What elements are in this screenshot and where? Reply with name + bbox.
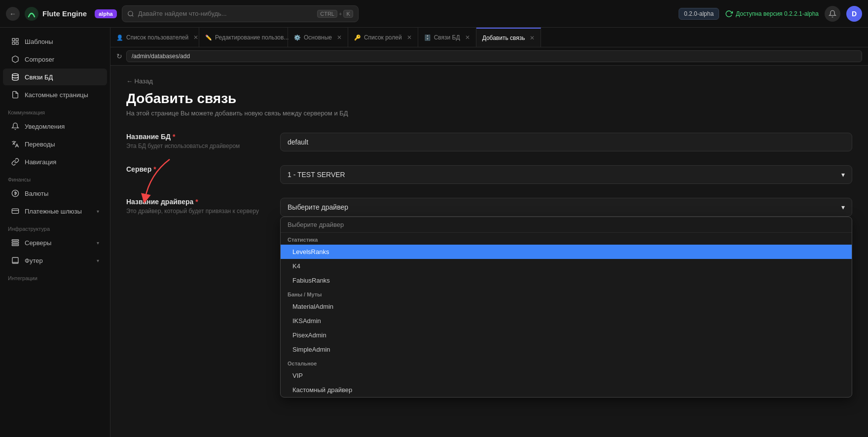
translate-icon <box>11 140 20 148</box>
form-row-db-name: Название БД * Эта БД будет использоватьс… <box>126 133 852 151</box>
sidebar-item-label: Платежные шлюзы <box>25 208 82 215</box>
page-content: ← Назад Добавить связь На этой странице … <box>110 66 868 437</box>
server-icon <box>11 238 20 247</box>
tab-add-connection[interactable]: Добавить связь ✕ <box>476 28 542 47</box>
driver-control: Выберите драйвер ▾ Выберите драйвер Стат… <box>280 198 852 217</box>
search-bar[interactable]: CTRL + K <box>122 5 359 22</box>
sidebar-item-notifications[interactable]: Уведомления <box>3 118 107 135</box>
svg-rect-8 <box>12 209 18 213</box>
form-label-col: Название БД * Эта БД будет использоватьс… <box>126 133 264 149</box>
sidebar-item-payment-gateways[interactable]: Платежные шлюзы ▾ <box>3 203 107 219</box>
notifications-button[interactable] <box>825 6 840 22</box>
dropdown-item-materialadmin[interactable]: MaterialAdmin <box>281 299 852 314</box>
db-name-label: Название БД * <box>126 133 264 141</box>
sidebar-item-custom-pages[interactable]: Кастомные страницы <box>3 86 107 103</box>
driver-hint: Это драйвер, который будет привязан к се… <box>126 208 264 215</box>
tab-icon: ⚙️ <box>294 35 301 41</box>
app-logo: Flute Engine <box>25 7 87 21</box>
bell-icon <box>11 122 20 131</box>
page-title: Добавить связь <box>126 91 852 107</box>
sidebar-item-navigation[interactable]: Навигация <box>3 153 107 170</box>
sidebar-item-templates[interactable]: Шаблоны <box>3 33 107 50</box>
svg-point-6 <box>12 73 18 75</box>
dropdown-item-simpleadmin[interactable]: SimpleAdmin <box>281 342 852 357</box>
topbar-right: 0.2.0-alpha Доступна версия 0.2.2.1-alph… <box>679 6 862 22</box>
server-select[interactable]: 1 - TEST SERVER ▾ <box>280 165 852 184</box>
logo-icon <box>25 7 38 21</box>
tab-close-button[interactable]: ✕ <box>465 34 470 41</box>
sidebar-item-label: Уведомления <box>25 123 65 130</box>
tab-icon: ✏️ <box>205 35 212 41</box>
svg-point-1 <box>128 11 132 15</box>
tab-close-button[interactable]: ✕ <box>407 34 412 41</box>
dropdown-group-statistics: Статистика <box>281 233 852 245</box>
link-icon <box>11 157 20 166</box>
tab-edit-user[interactable]: ✏️ Редактирование пользов... ✕ <box>199 28 288 47</box>
dropdown-item-fabiusranks[interactable]: FabiusRanks <box>281 273 852 288</box>
chevron-down-icon: ▾ <box>841 171 845 179</box>
sidebar-item-currencies[interactable]: Валюты <box>3 185 107 202</box>
dropdown-placeholder[interactable]: Выберите драйвер <box>281 217 852 233</box>
app-name: Flute Engine <box>42 9 87 18</box>
tab-users-list[interactable]: 👤 Список пользователей ✕ <box>110 28 199 47</box>
url-input[interactable] <box>126 50 862 62</box>
tab-icon: 🗄️ <box>424 35 431 41</box>
search-input[interactable] <box>138 10 313 17</box>
tab-close-button[interactable]: ✕ <box>337 34 342 41</box>
sidebar-item-composer[interactable]: Composer <box>3 51 107 68</box>
tab-close-button[interactable]: ✕ <box>193 34 198 41</box>
box-icon <box>11 55 20 64</box>
svg-rect-12 <box>12 244 18 246</box>
server-label: Сервер * <box>126 165 264 173</box>
section-infrastructure: Инфраструктура <box>0 220 110 234</box>
tab-db-connections[interactable]: 🗄️ Связи БД ✕ <box>418 28 476 47</box>
svg-rect-10 <box>12 240 18 241</box>
sidebar-item-label: Переводы <box>25 141 55 148</box>
section-finance: Финансы <box>0 171 110 184</box>
tab-icon: 🔑 <box>354 35 361 41</box>
svg-rect-4 <box>12 42 15 44</box>
grid-icon <box>11 37 20 46</box>
alpha-badge: alpha <box>95 9 117 18</box>
sidebar-item-servers[interactable]: Серверы ▾ <box>3 234 107 251</box>
sidebar-item-label: Связи БД <box>25 73 53 81</box>
dropdown-item-k4[interactable]: K4 <box>281 259 852 273</box>
dropdown-item-vip[interactable]: VIP <box>281 368 852 383</box>
dropdown-item-levelsranks[interactable]: LevelsRanks <box>281 245 852 259</box>
db-name-input[interactable] <box>280 133 852 151</box>
required-indicator: * <box>195 198 198 206</box>
dropdown-item-custom-driver[interactable]: Кастомный драйвер <box>281 383 852 397</box>
sidebar-item-label: Composer <box>25 56 54 63</box>
refresh-button[interactable]: ↻ <box>116 52 122 60</box>
currency-icon <box>11 189 20 198</box>
main-area: 👤 Список пользователей ✕ ✏️ Редактирован… <box>110 28 868 437</box>
section-integrations: Интеграции <box>0 269 110 283</box>
driver-label: Название драйвера * <box>126 198 264 206</box>
chevron-down-icon: ▾ <box>97 209 99 214</box>
svg-rect-5 <box>16 42 18 44</box>
sidebar-item-label: Валюты <box>25 190 48 197</box>
dropdown-item-pisexadmin[interactable]: PisexAdmin <box>281 328 852 342</box>
dropdown-group-bans: Баны / Муты <box>281 288 852 299</box>
sidebar-item-translations[interactable]: Переводы <box>3 136 107 152</box>
footer-icon <box>11 256 20 265</box>
update-notification[interactable]: Доступна версия 0.2.2.1-alpha <box>725 10 819 18</box>
bell-icon <box>829 10 836 18</box>
sidebar-item-db[interactable]: Связи БД <box>3 69 107 85</box>
tab-close-button[interactable]: ✕ <box>530 35 535 41</box>
back-link[interactable]: ← Назад <box>126 77 852 85</box>
dropdown-item-iksadmin[interactable]: IKSAdmin <box>281 314 852 328</box>
back-button[interactable]: ← <box>6 7 20 21</box>
driver-select[interactable]: Выберите драйвер ▾ <box>280 198 852 217</box>
user-avatar[interactable]: D <box>846 6 862 22</box>
page-subtitle: На этой странице Вы можете добавить нову… <box>126 109 852 117</box>
chevron-down-icon: ▾ <box>97 258 99 263</box>
form-label-col: Название драйвера * Это драйвер, который… <box>126 198 264 215</box>
form-row-driver: Название драйвера * Это драйвер, который… <box>126 198 852 217</box>
sidebar-item-label: Кастомные страницы <box>25 91 88 99</box>
chevron-down-icon: ▾ <box>97 240 99 246</box>
sidebar-item-footer[interactable]: Футер ▾ <box>3 252 107 269</box>
tab-main[interactable]: ⚙️ Основные ✕ <box>288 28 348 47</box>
chevron-down-icon: ▾ <box>841 203 845 211</box>
tab-roles-list[interactable]: 🔑 Список ролей ✕ <box>348 28 418 47</box>
